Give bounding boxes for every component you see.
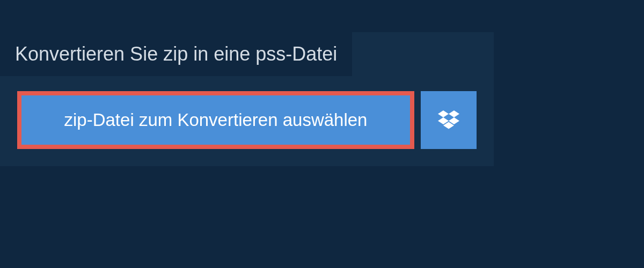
title-bar: Konvertieren Sie zip in eine pss-Datei [0, 32, 352, 76]
page-title: Konvertieren Sie zip in eine pss-Datei [15, 43, 337, 65]
select-file-label: zip-Datei zum Konvertieren auswählen [64, 110, 368, 130]
converter-panel: Konvertieren Sie zip in eine pss-Datei z… [0, 32, 494, 166]
dropbox-icon [438, 110, 459, 130]
dropbox-button[interactable] [421, 91, 477, 149]
select-file-button[interactable]: zip-Datei zum Konvertieren auswählen [17, 91, 414, 149]
button-row: zip-Datei zum Konvertieren auswählen [0, 76, 494, 166]
